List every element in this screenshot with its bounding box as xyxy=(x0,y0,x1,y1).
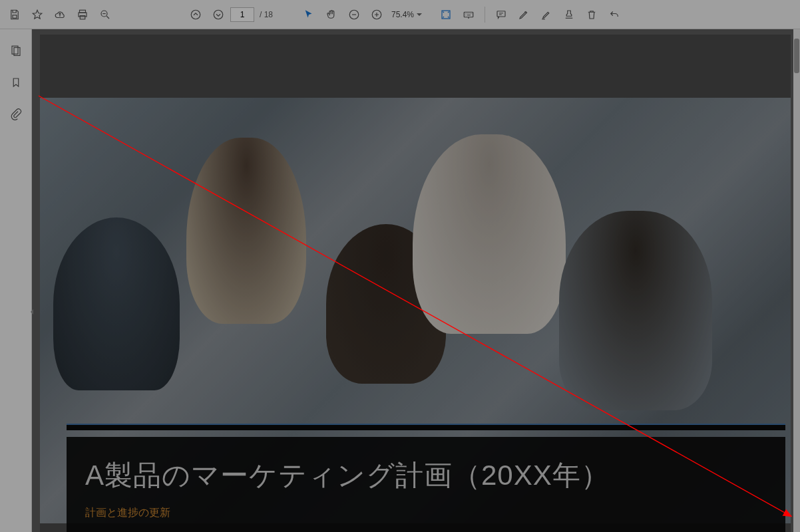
fit-page-button[interactable] xyxy=(435,4,457,25)
page-up-button[interactable] xyxy=(185,4,206,25)
select-tool-button[interactable] xyxy=(298,4,319,25)
undo-button[interactable] xyxy=(604,4,625,25)
figure-person xyxy=(413,134,566,334)
bookmarks-tab[interactable] xyxy=(7,73,25,92)
left-sidebar xyxy=(0,29,32,532)
title-accent-bar xyxy=(67,424,785,430)
document-viewport[interactable]: A製品のマーケティング計画（20XX年） 計画と進捗の更新 xyxy=(32,29,793,532)
print-button[interactable] xyxy=(72,4,93,25)
zoom-level-dropdown[interactable]: 75.4% xyxy=(389,9,423,21)
star-button[interactable] xyxy=(27,4,48,25)
svg-point-6 xyxy=(214,10,223,19)
slide-subtitle: 計画と進捗の更新 xyxy=(85,506,767,520)
svg-rect-10 xyxy=(464,12,473,17)
toolbar-separator xyxy=(485,7,485,23)
svg-rect-11 xyxy=(497,11,505,16)
thumbnails-tab[interactable] xyxy=(7,41,25,60)
hand-tool-button[interactable] xyxy=(321,4,342,25)
attachments-tab[interactable] xyxy=(7,105,25,124)
search-button[interactable] xyxy=(95,4,116,25)
page-number-input[interactable] xyxy=(230,7,254,22)
delete-button[interactable] xyxy=(581,4,602,25)
slide-title: A製品のマーケティング計画（20XX年） xyxy=(85,457,767,494)
page-down-button[interactable] xyxy=(208,4,229,25)
figure-person xyxy=(53,217,180,390)
zoom-in-button[interactable] xyxy=(366,4,387,25)
figure-person xyxy=(559,211,712,410)
scrollbar-thumb[interactable] xyxy=(794,39,799,73)
stamp-tool-button[interactable] xyxy=(558,4,580,25)
save-button[interactable] xyxy=(4,4,25,25)
svg-rect-3 xyxy=(80,15,85,19)
svg-point-5 xyxy=(191,10,200,19)
keyboard-button[interactable] xyxy=(458,4,479,25)
cloud-upload-button[interactable] xyxy=(49,4,71,25)
sidebar-collapse-handle[interactable] xyxy=(29,306,35,318)
vertical-scrollbar[interactable] xyxy=(793,29,800,532)
page-total-label: / 18 xyxy=(260,10,273,19)
highlighter-tool-button[interactable] xyxy=(536,4,557,25)
comment-button[interactable] xyxy=(491,4,512,25)
main-toolbar: / 18 75.4% xyxy=(0,0,800,29)
figure-person xyxy=(186,138,306,324)
hero-image: A製品のマーケティング計画（20XX年） 計画と進捗の更新 xyxy=(40,98,791,523)
zoom-out-button[interactable] xyxy=(343,4,365,25)
title-panel: A製品のマーケティング計画（20XX年） 計画と進捗の更新 xyxy=(67,437,785,532)
pen-tool-button[interactable] xyxy=(513,4,534,25)
pdf-page: A製品のマーケティング計画（20XX年） 計画と進捗の更新 xyxy=(40,35,791,532)
svg-rect-0 xyxy=(13,15,17,18)
